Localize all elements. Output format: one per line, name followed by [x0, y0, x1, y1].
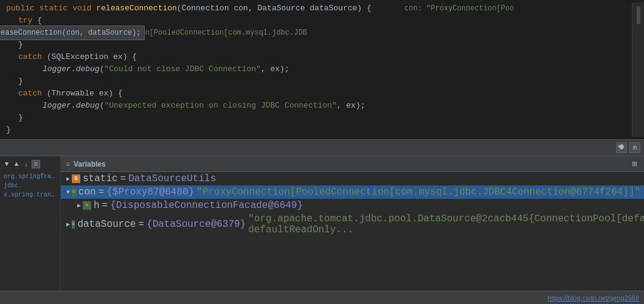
- code-lines: public static void releaseConnection (Co…: [0, 2, 632, 137]
- debug-nav-toolbar: ▼ ▲ ↓ ≡: [0, 159, 60, 170]
- var-list: ▶ S static = DataSourceUtils ▼ ≡ con = {…: [61, 172, 644, 291]
- layout-button[interactable]: ⊞: [629, 142, 640, 153]
- gear-icon: [617, 143, 626, 152]
- variables-header-actions: ⊞: [629, 159, 639, 169]
- paren-2: (: [100, 100, 105, 112]
- filter-button[interactable]: ≡: [32, 160, 40, 168]
- brace-open: {: [32, 15, 42, 27]
- var-value-con: "ProxyConnection[PooledConnection[com.my…: [196, 187, 640, 198]
- code-line-11: }: [6, 124, 626, 136]
- code-line-10: }: [6, 112, 626, 124]
- var-equals-static: =: [120, 173, 126, 184]
- logger-ref-1: logger: [43, 63, 71, 75]
- keyword-public: public: [6, 2, 40, 15]
- catch-throwable-params: (Throwable ex) {: [42, 88, 123, 100]
- frame-item-3[interactable]: s.spring.transac: [0, 190, 60, 199]
- brace-close-method: }: [6, 124, 11, 136]
- var-equals-con: =: [99, 187, 105, 198]
- code-line-8: catch (Throwable ex) {: [6, 88, 626, 100]
- var-type-datasource: {DataSource@6379}: [147, 219, 246, 230]
- keyword-static: static: [40, 2, 73, 15]
- var-row-con[interactable]: ▼ ≡ con = {$Proxy87@6480} "ProxyConnecti…: [61, 185, 644, 199]
- var-type-static: DataSourceUtils: [128, 173, 216, 184]
- var-type-con: {$Proxy87@6480}: [106, 187, 194, 198]
- nav-down-arrow-2[interactable]: ↓: [22, 160, 30, 168]
- var-type-h: {DisposableConnectionFacade@6649}: [110, 200, 303, 211]
- var-equals-datasource: =: [138, 219, 144, 230]
- var-name-datasource: dataSource: [77, 219, 136, 230]
- code-line-5: catch (SQLException ex) {: [6, 51, 626, 63]
- status-bar: https://blog.csdn.net/geng2568: [0, 291, 644, 304]
- tooltip-box: doReleaseConnection(con, dataSource);: [0, 26, 145, 40]
- code-editor: public static void releaseConnection (Co…: [0, 0, 644, 139]
- nav-down-arrow[interactable]: ▼: [2, 160, 11, 168]
- var-icon-con: ≡: [72, 188, 76, 196]
- keyword-void: void: [72, 2, 96, 15]
- editor-scrollbar-thumb[interactable]: [637, 6, 640, 24]
- code-line-6: logger . debug ( "Could not close JDBC C…: [6, 63, 626, 75]
- paren-1: (: [100, 63, 105, 75]
- brace-close-throwable: }: [18, 112, 23, 124]
- code-line-4: }: [6, 39, 626, 51]
- method-name: releaseConnection: [96, 2, 177, 15]
- dot-2: .: [71, 100, 76, 112]
- variables-icon: ≡: [66, 160, 70, 168]
- inline-comment-right: con: "ProxyConnection[Poo: [396, 2, 514, 15]
- expand-h[interactable]: ▶: [75, 202, 83, 209]
- frame-item-1[interactable]: org.springframework.: [0, 172, 60, 181]
- nav-up-arrow[interactable]: ▲: [12, 160, 21, 168]
- variables-title: Variables: [74, 160, 106, 168]
- expand-all-icon[interactable]: ⊞: [629, 159, 639, 169]
- keyword-catch-2: catch: [18, 88, 42, 100]
- comma-2: , ex);: [337, 100, 365, 112]
- expand-datasource[interactable]: ▶: [64, 221, 72, 228]
- debug-method-1: debug: [76, 63, 100, 75]
- status-url[interactable]: https://blog.csdn.net/geng2568: [548, 294, 639, 302]
- code-line-3: doReleaseConnection(con, dataSource); co…: [6, 27, 626, 39]
- var-value-datasource: "org.apache.tomcat.jdbc.pool.DataSource@…: [248, 213, 644, 235]
- tooltip-prefix: doReleaseConnection(con, dataSource);: [0, 27, 140, 39]
- var-row-datasource[interactable]: ▶ ≡ dataSource = {DataSource@6379} "org.…: [61, 212, 644, 237]
- panel-divider: ⊞: [0, 139, 644, 156]
- catch-sql-params: (SQLException ex) {: [42, 51, 137, 63]
- debug-panel: ▼ ▲ ↓ ≡ org.springframework. jdbc. s.spr…: [0, 156, 644, 291]
- expand-con[interactable]: ▼: [64, 188, 72, 196]
- var-equals-h: =: [102, 200, 108, 211]
- var-icon-h: ≡: [83, 201, 91, 210]
- frame-text-3: s.spring.transac: [4, 192, 57, 198]
- brace-close-try: }: [18, 39, 23, 51]
- comma-1: , ex);: [261, 63, 289, 75]
- var-icon-static: S: [72, 174, 80, 183]
- keyword-try: try: [18, 15, 32, 27]
- gear-button[interactable]: [616, 142, 627, 153]
- string-2: "Unexpected exception on closing JDBC Co…: [104, 100, 336, 112]
- code-line-9: logger . debug ( "Unexpected exception o…: [6, 100, 626, 112]
- logger-ref-2: logger: [43, 100, 71, 112]
- debug-left-panel: ▼ ▲ ↓ ≡ org.springframework. jdbc. s.spr…: [0, 156, 61, 291]
- editor-right-panel: [632, 2, 644, 137]
- method-params: (Connection con, DataSource dataSource) …: [177, 2, 372, 15]
- var-row-h[interactable]: ▶ ≡ h = {DisposableConnectionFacade@6649…: [61, 199, 644, 212]
- var-icon-datasource: ≡: [72, 220, 75, 229]
- var-name-h: h: [94, 200, 100, 211]
- frame-text-2: jdbc.: [4, 182, 22, 189]
- variables-panel: ≡ Variables ⊞ ▶ S static = DataSourceUti…: [61, 156, 644, 291]
- code-line-2: try {: [6, 15, 626, 27]
- code-line-empty: [6, 136, 626, 137]
- variables-header: ≡ Variables ⊞: [61, 156, 644, 172]
- var-name-static: static: [83, 173, 118, 184]
- var-row-static[interactable]: ▶ S static = DataSourceUtils: [61, 172, 644, 185]
- dot-1: .: [71, 63, 76, 75]
- frame-text-1: org.springframework.: [4, 173, 57, 180]
- var-name-con: con: [78, 187, 96, 198]
- string-1: "Could not close JDBC Connection": [104, 63, 260, 75]
- frame-item-2[interactable]: jdbc.: [0, 181, 60, 190]
- brace-close-sql: }: [18, 75, 23, 88]
- keyword-catch-1: catch: [18, 51, 42, 63]
- code-line-1: public static void releaseConnection (Co…: [6, 2, 626, 15]
- debug-method-2: debug: [76, 100, 100, 112]
- code-line-7: }: [6, 75, 626, 88]
- expand-static[interactable]: ▶: [64, 175, 72, 182]
